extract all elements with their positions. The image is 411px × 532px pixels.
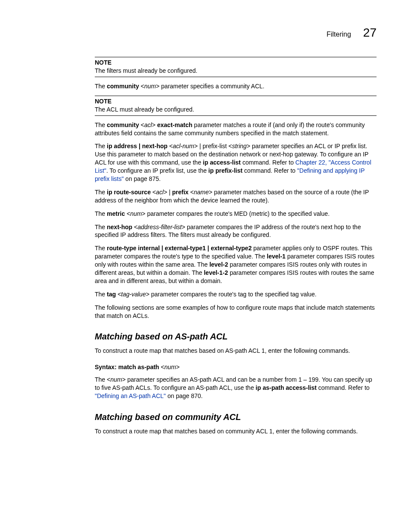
paragraph-next-hop: The next-hop <address-filter-list> param… — [95, 223, 377, 240]
paragraph-metric: The metric <num> parameter compares the … — [95, 210, 377, 218]
heading-community-acl: Matching based on community ACL — [95, 412, 377, 422]
rule — [95, 57, 377, 57]
note-body: The filters must already be configured. — [95, 67, 377, 75]
rule — [95, 77, 377, 77]
note-body: The ACL must already be configured. — [95, 106, 377, 114]
paragraph-ip-address: The ip address | next-hop <acl-num> | pr… — [95, 142, 377, 183]
syntax-line: Syntax: match as-path <num> — [95, 364, 377, 370]
page-header: Filtering 27 — [95, 26, 377, 40]
paragraph-following: The following sections are some examples… — [95, 304, 377, 320]
link-defining-as-path-acl[interactable]: "Defining an AS-path ACL" — [95, 392, 166, 399]
rule — [95, 115, 377, 116]
paragraph-community-num: The community <num> parameter specifies … — [95, 82, 377, 90]
paragraph-route-source: The ip route-source <acl> | prefix <name… — [95, 188, 377, 205]
paragraph-sect1-body: The <num> parameter specifies an AS-path… — [95, 376, 377, 400]
heading-as-path-acl: Matching based on AS-path ACL — [95, 332, 377, 342]
note-label: NOTE — [95, 59, 377, 66]
paragraph-sect1-intro: To construct a route map that matches ba… — [95, 347, 377, 355]
header-title: Filtering — [327, 31, 351, 38]
note-label: NOTE — [95, 98, 377, 105]
chapter-number: 27 — [363, 26, 377, 40]
page: Filtering 27 NOTE The filters must alrea… — [0, 0, 411, 475]
rule — [95, 96, 377, 96]
paragraph-sect2-intro: To construct a route map that matches ba… — [95, 427, 377, 436]
paragraph-tag: The tag <tag-value> parameter compares t… — [95, 290, 377, 299]
paragraph-community-acl: The community <acl> exact-match paramete… — [95, 121, 377, 137]
paragraph-route-type: The route-type internal | external-type1… — [95, 244, 377, 285]
